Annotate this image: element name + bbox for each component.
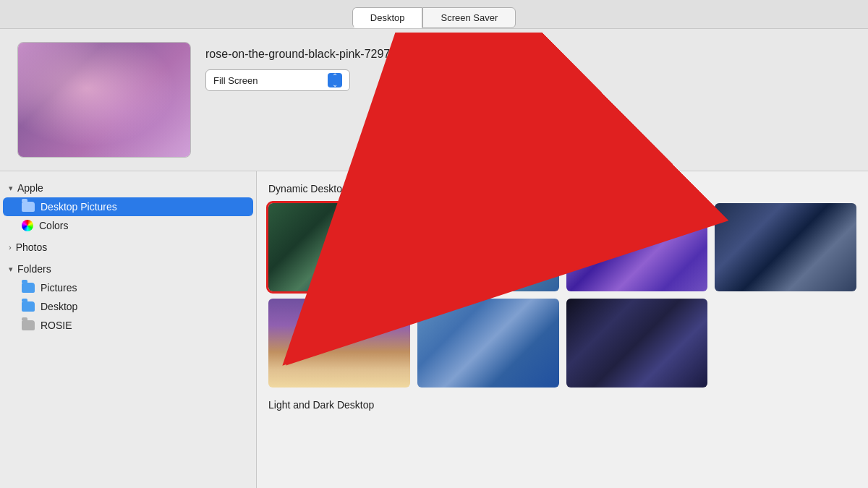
content-panel: Dynamic Desktop Light and Dark Desktop	[257, 171, 868, 488]
color-wheel-icon	[22, 220, 33, 231]
tab-desktop[interactable]: Desktop	[352, 7, 423, 28]
wallpaper-catalina-light[interactable]	[417, 203, 559, 291]
folder-desktop-icon	[22, 301, 35, 312]
preview-thumbnail	[17, 42, 191, 158]
chevron-down-icon-2: ▾	[9, 265, 13, 274]
tabs-bar: Desktop Screen Saver	[0, 0, 868, 29]
sidebar-item-desktop-pictures-label: Desktop Pictures	[41, 201, 117, 213]
fill-mode-label: Fill Screen	[213, 75, 258, 86]
wallpaper-dark-abstract[interactable]	[566, 299, 708, 387]
app-window: Desktop Screen Saver rose-on-the-ground-…	[0, 0, 868, 488]
sidebar-item-pictures-label: Pictures	[41, 282, 77, 294]
wallpaper-name: rose-on-the-ground-black-pink-7297	[205, 48, 390, 61]
sidebar-item-pictures[interactable]: Pictures	[0, 278, 256, 297]
sidebar-item-rosie[interactable]: ROSIE	[0, 316, 256, 335]
preview-area: rose-on-the-ground-black-pink-7297 Fill …	[0, 29, 868, 171]
section-light-dark-title: Light and Dark Desktop	[268, 399, 856, 411]
wallpaper-catalina-day[interactable]	[268, 203, 410, 291]
sidebar-item-colors[interactable]: Colors	[0, 216, 256, 235]
sidebar-item-colors-label: Colors	[39, 220, 68, 231]
section-dynamic-desktop-title: Dynamic Desktop	[268, 183, 856, 194]
sidebar-group-apple-label: Apple	[17, 182, 43, 194]
sidebar-item-desktop-pictures[interactable]: Desktop Pictures	[3, 197, 253, 216]
sidebar-group-apple[interactable]: ▾ Apple	[0, 179, 256, 197]
preview-info: rose-on-the-ground-black-pink-7297 Fill …	[205, 42, 390, 91]
tab-screen-saver[interactable]: Screen Saver	[422, 7, 516, 28]
sidebar-group-photos-label: Photos	[16, 241, 48, 253]
wallpaper-catalina-abstract1[interactable]	[566, 203, 708, 291]
folder-rosie-icon	[22, 320, 35, 330]
folder-pictures-icon	[22, 283, 35, 293]
wallpaper-purple-landscape[interactable]	[268, 299, 410, 387]
folder-icon	[22, 202, 35, 212]
sidebar-item-desktop-folder[interactable]: Desktop	[0, 297, 256, 316]
wallpaper-coastal[interactable]	[417, 299, 559, 387]
wallpaper-grid-dynamic	[268, 203, 856, 388]
chevron-right-icon: ›	[9, 243, 12, 252]
sidebar: ▾ Apple Desktop Pictures Colors › Photos	[0, 171, 257, 488]
select-arrows-icon	[328, 73, 342, 87]
sidebar-item-rosie-label: ROSIE	[41, 320, 72, 331]
fill-mode-select[interactable]: Fill Screen	[205, 69, 350, 91]
sidebar-group-folders[interactable]: ▾ Folders	[0, 260, 256, 278]
sidebar-group-photos[interactable]: › Photos	[0, 238, 256, 257]
chevron-down-icon: ▾	[9, 184, 13, 193]
sidebar-item-desktop-folder-label: Desktop	[41, 301, 77, 312]
wallpaper-catalina-abstract2[interactable]	[715, 203, 856, 291]
sidebar-section-folders: ▾ Folders Pictures Desktop ROSIE	[0, 260, 256, 335]
preview-image	[18, 43, 190, 157]
sidebar-section-photos: › Photos	[0, 238, 256, 257]
sidebar-section-apple: ▾ Apple Desktop Pictures Colors	[0, 179, 256, 235]
sidebar-group-folders-label: Folders	[17, 263, 51, 275]
bottom-area: ▾ Apple Desktop Pictures Colors › Photos	[0, 171, 868, 488]
